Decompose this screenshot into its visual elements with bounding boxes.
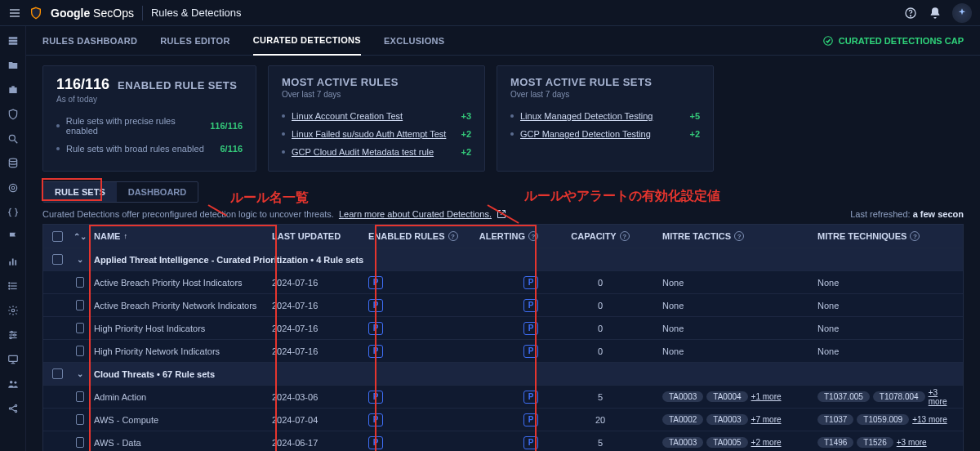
rail-folder-icon[interactable] bbox=[7, 59, 20, 72]
table-row[interactable]: Active Breach Priority Host Indicators20… bbox=[43, 270, 963, 293]
more-link[interactable]: +3 more bbox=[929, 388, 958, 406]
row-checkbox[interactable] bbox=[76, 346, 84, 356]
ruleset-link[interactable]: GCP Managed Detection Testing bbox=[520, 129, 651, 139]
rail-home-icon[interactable] bbox=[7, 34, 20, 47]
row-checkbox[interactable] bbox=[52, 368, 63, 379]
ai-sparkle-icon[interactable] bbox=[952, 3, 972, 23]
more-link[interactable]: +3 more bbox=[897, 438, 927, 447]
tag-pill[interactable]: TA0005 bbox=[706, 437, 747, 448]
help-icon[interactable]: ? bbox=[910, 231, 920, 241]
help-icon[interactable] bbox=[903, 6, 918, 20]
rule-link[interactable]: Linux Failed su/sudo Auth Attempt Test bbox=[292, 129, 446, 139]
rail-target-icon[interactable] bbox=[7, 181, 20, 194]
notifications-icon[interactable] bbox=[928, 6, 942, 20]
precise-badge[interactable]: P bbox=[523, 299, 538, 312]
tag-pill[interactable]: T1496 bbox=[817, 437, 853, 448]
rule-link[interactable]: Linux Account Creation Test bbox=[292, 111, 403, 121]
rail-chart-icon[interactable] bbox=[7, 255, 20, 268]
tag-pill[interactable]: TA0003 bbox=[662, 437, 703, 448]
rail-monitor-icon[interactable] bbox=[7, 353, 20, 366]
col-last-updated[interactable]: LAST UPDATED bbox=[267, 231, 363, 241]
row-checkbox[interactable] bbox=[76, 300, 84, 310]
tag-pill[interactable]: TA0003 bbox=[706, 414, 747, 425]
collapse-all-icon[interactable]: ⌃⌄ bbox=[74, 232, 87, 241]
tab-curated-detections[interactable]: CURATED DETECTIONS bbox=[253, 26, 361, 56]
help-icon[interactable]: ? bbox=[734, 231, 744, 241]
precise-badge[interactable]: P bbox=[523, 345, 538, 358]
precise-badge[interactable]: P bbox=[523, 413, 538, 426]
ruleset-link[interactable]: Linux Managed Detection Testing bbox=[520, 111, 653, 121]
tag-pill[interactable]: T1059.009 bbox=[857, 414, 909, 425]
rail-list-icon[interactable] bbox=[7, 279, 20, 292]
rail-db-icon[interactable] bbox=[7, 157, 20, 170]
precise-badge[interactable]: P bbox=[523, 276, 538, 289]
precise-badge[interactable]: P bbox=[523, 322, 538, 335]
menu-icon[interactable] bbox=[8, 7, 21, 20]
rail-search-icon[interactable] bbox=[7, 132, 20, 145]
col-enabled-rules[interactable]: ENABLED RULES ? bbox=[363, 231, 468, 241]
row-checkbox[interactable] bbox=[76, 323, 84, 333]
table-row[interactable]: AWS - Data2024-06-17PP5TA0003 TA0005 +2 … bbox=[43, 431, 963, 451]
tag-pill[interactable]: TA0002 bbox=[662, 414, 703, 425]
col-mitre-tactics[interactable]: MITRE TACTICS ? bbox=[657, 231, 813, 241]
precise-badge[interactable]: P bbox=[523, 391, 538, 404]
tag-pill[interactable]: T1526 bbox=[857, 437, 893, 448]
help-icon[interactable]: ? bbox=[620, 231, 630, 241]
tag-pill[interactable]: T1078.004 bbox=[873, 391, 925, 402]
col-alerting[interactable]: ALERTING ? bbox=[468, 231, 543, 241]
table-row[interactable]: High Priority Host Indicators2024-07-16P… bbox=[43, 316, 963, 339]
tag-pill[interactable]: T1037.005 bbox=[817, 391, 870, 402]
table-row[interactable]: AWS - Compute2024-07-04PP20TA0002 TA0003… bbox=[43, 408, 963, 431]
more-link[interactable]: +1 more bbox=[751, 392, 782, 401]
precise-badge[interactable]: P bbox=[523, 436, 538, 449]
tag-pill[interactable]: T1037 bbox=[817, 414, 853, 425]
rail-tune-icon[interactable] bbox=[7, 328, 20, 342]
subtab-dashboard[interactable]: DASHBOARD bbox=[117, 182, 198, 202]
select-all-checkbox[interactable] bbox=[52, 231, 63, 242]
row-checkbox[interactable] bbox=[52, 254, 63, 265]
rail-braces-icon[interactable] bbox=[7, 206, 20, 219]
tab-rules-dashboard[interactable]: RULES DASHBOARD bbox=[42, 26, 137, 56]
row-checkbox[interactable] bbox=[76, 437, 84, 448]
help-icon[interactable]: ? bbox=[528, 231, 538, 241]
precise-badge[interactable]: P bbox=[368, 276, 383, 289]
chevron-down-icon[interactable]: ⌄ bbox=[77, 369, 83, 378]
table-row[interactable]: Admin Action2024-03-06PP5TA0003 TA0004 +… bbox=[43, 385, 963, 408]
col-name[interactable]: NAME ↑ bbox=[89, 231, 267, 241]
tab-exclusions[interactable]: EXCLUSIONS bbox=[384, 26, 445, 56]
more-link[interactable]: +7 more bbox=[751, 415, 782, 424]
precise-badge[interactable]: P bbox=[368, 322, 383, 335]
row-checkbox[interactable] bbox=[76, 277, 84, 288]
precise-badge[interactable]: P bbox=[368, 436, 383, 449]
col-capacity[interactable]: CAPACITY ? bbox=[543, 231, 657, 241]
table-group-row[interactable]: ⌄Applied Threat Intelligence - Curated P… bbox=[43, 248, 963, 270]
row-checkbox[interactable] bbox=[76, 391, 84, 402]
desc-link[interactable]: Learn more about Curated Detections. bbox=[339, 209, 492, 219]
tag-pill[interactable]: TA0004 bbox=[706, 391, 747, 402]
table-row[interactable]: High Priority Network Indicators2024-07-… bbox=[43, 339, 963, 362]
table-group-row[interactable]: ⌄Cloud Threats • 67 Rule sets bbox=[43, 362, 963, 385]
rail-flag-icon[interactable] bbox=[7, 230, 20, 243]
rail-people-icon[interactable] bbox=[7, 377, 20, 391]
tab-rules-editor[interactable]: RULES EDITOR bbox=[160, 26, 229, 56]
more-link[interactable]: +2 more bbox=[751, 438, 782, 447]
row-checkbox[interactable] bbox=[76, 414, 84, 425]
precise-badge[interactable]: P bbox=[368, 413, 383, 426]
rail-misc-icon[interactable] bbox=[7, 402, 20, 415]
precise-badge[interactable]: P bbox=[368, 391, 383, 404]
rail-shield-icon[interactable] bbox=[7, 108, 20, 121]
tag-pill[interactable]: TA0003 bbox=[662, 391, 703, 402]
help-icon[interactable]: ? bbox=[448, 231, 458, 241]
svg-point-34 bbox=[15, 404, 16, 406]
rule-val: +3 bbox=[461, 111, 471, 121]
rail-gear-icon[interactable] bbox=[7, 304, 20, 317]
subtab-rule-sets[interactable]: RULE SETS bbox=[43, 182, 117, 202]
table-row[interactable]: Active Breach Priority Network Indicator… bbox=[43, 293, 963, 316]
rail-case-icon[interactable] bbox=[7, 83, 20, 96]
precise-badge[interactable]: P bbox=[368, 345, 383, 358]
rule-link[interactable]: GCP Cloud Audit Metadata test rule bbox=[292, 147, 434, 157]
precise-badge[interactable]: P bbox=[368, 299, 383, 312]
col-mitre-techniques[interactable]: MITRE TECHNIQUES ? bbox=[813, 231, 963, 241]
chevron-down-icon[interactable]: ⌄ bbox=[77, 255, 83, 264]
more-link[interactable]: +13 more bbox=[912, 415, 947, 424]
